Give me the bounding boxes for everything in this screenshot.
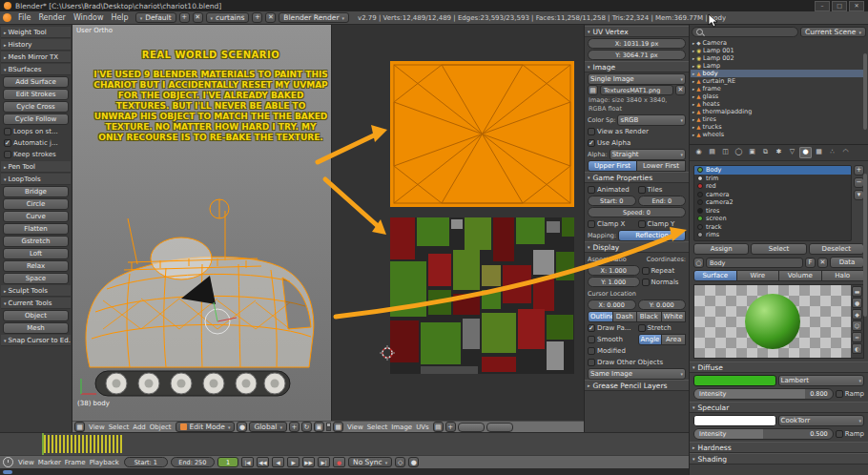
unlink-image-button[interactable]: ✕ bbox=[675, 85, 686, 95]
material-slot[interactable]: Body bbox=[694, 166, 851, 175]
properties-context-tab[interactable]: ◫ bbox=[719, 147, 732, 158]
tool-button[interactable]: Bridge bbox=[3, 186, 69, 197]
outliner-item[interactable]: ▸ ◆ Camera bbox=[691, 39, 867, 47]
preview-cube-icon[interactable]: ◆ bbox=[852, 309, 862, 320]
material-slot[interactable]: tires bbox=[694, 207, 851, 216]
render-engine-select[interactable]: Blender Render▾ bbox=[279, 12, 349, 23]
tool-button[interactable]: Cycle Follow bbox=[3, 114, 69, 125]
specular-ramp-checkbox[interactable]: Ramp bbox=[836, 430, 864, 438]
expand-icon[interactable]: ▸ bbox=[692, 79, 694, 84]
image-name-field[interactable]: TexturesMAT1.png bbox=[600, 85, 673, 95]
blender-app-icon[interactable] bbox=[3, 13, 11, 22]
expand-icon[interactable]: ▸ bbox=[692, 117, 694, 122]
mode-button[interactable]: Mesh bbox=[3, 322, 69, 334]
uv-draw-mode-button[interactable]: Outline bbox=[588, 311, 613, 322]
delete-layout-button[interactable]: ✕ bbox=[193, 12, 203, 23]
preview-monkey-icon[interactable]: ☺ bbox=[852, 320, 862, 331]
uv-draw-mode-button[interactable]: Black bbox=[637, 311, 662, 322]
tool-button[interactable]: Relax bbox=[3, 260, 69, 272]
expand-icon[interactable]: ▸ bbox=[692, 41, 694, 46]
aspect-y-field[interactable]: Y: 1.000 bbox=[588, 277, 640, 287]
expand-icon[interactable]: ▸ bbox=[692, 72, 694, 76]
menu-item[interactable]: Marker bbox=[36, 459, 63, 466]
tool-panel-header[interactable]: ▸Mesh Mirror TX bbox=[1, 52, 71, 63]
specular-color-swatch[interactable] bbox=[693, 415, 776, 426]
preview-sphere-icon[interactable]: ● bbox=[852, 298, 862, 308]
clamp-x-checkbox[interactable]: Clamp X bbox=[588, 220, 636, 228]
browse-material-icon[interactable]: ○ bbox=[693, 258, 704, 268]
menu-item[interactable]: Frame bbox=[63, 459, 88, 466]
properties-context-tab[interactable]: ● bbox=[799, 147, 812, 158]
game-end-field[interactable]: End: 0 bbox=[638, 196, 687, 206]
expand-icon[interactable]: ▸ bbox=[692, 64, 694, 69]
uv-image-editor[interactable] bbox=[331, 25, 584, 421]
pivot-slider[interactable] bbox=[458, 423, 485, 432]
material-slot[interactable]: rims bbox=[694, 231, 851, 239]
outliner-item[interactable]: ▸ ▲ heats bbox=[691, 100, 867, 108]
hardness-panel-header[interactable]: ▸Hardness bbox=[690, 442, 868, 453]
specular-panel-header[interactable]: ▾Specular bbox=[690, 402, 868, 413]
sync-select[interactable]: No Sync▾ bbox=[348, 457, 392, 467]
tool-panel-header[interactable]: ▸Weight Tool bbox=[1, 27, 71, 38]
manipulator-rotate-icon[interactable]: ↻ bbox=[301, 422, 312, 432]
outliner-item[interactable]: ▸ ◉ Lamp 002 bbox=[691, 54, 867, 62]
window-titlebar[interactable]: Blender* [C:\Users\Brad\Desktop\chariot\… bbox=[0, 0, 868, 11]
material-type-tab[interactable]: Halo bbox=[822, 270, 865, 281]
outliner-item[interactable]: ▸ ▲ curtain_RE bbox=[691, 77, 867, 85]
diffuse-shader-select[interactable]: Lambert▾ bbox=[778, 375, 865, 386]
repeat-checkbox[interactable]: Repeat bbox=[642, 267, 687, 275]
menu-item[interactable]: Help bbox=[107, 13, 132, 22]
properties-context-tab[interactable]: ∴ bbox=[826, 147, 838, 158]
diffuse-panel-header[interactable]: ▾Diffuse bbox=[690, 361, 868, 373]
material-slot[interactable]: camera2 bbox=[694, 198, 851, 207]
material-type-tab[interactable]: Volume bbox=[779, 270, 822, 281]
mode-button[interactable]: Object bbox=[3, 310, 69, 321]
tool-button[interactable]: Cycle Cross bbox=[3, 101, 69, 113]
editor-type-icon[interactable]: ▦ bbox=[333, 422, 343, 432]
material-slot[interactable]: screen bbox=[694, 215, 851, 223]
smooth-checkbox[interactable]: Smooth bbox=[588, 336, 636, 343]
outliner-item[interactable]: ▸ ▲ trucks bbox=[691, 123, 867, 131]
display-panel-header[interactable]: ▾Display bbox=[585, 241, 689, 253]
game-checkbox[interactable]: Tiles bbox=[638, 186, 687, 194]
edit-image-select[interactable]: Same Image▾ bbox=[588, 368, 686, 380]
stretch-mode-button[interactable]: Angle bbox=[638, 334, 663, 345]
material-name-field[interactable]: Body bbox=[706, 258, 803, 268]
add-scene-button[interactable]: + bbox=[252, 12, 262, 23]
timeline[interactable] bbox=[0, 432, 689, 455]
menu-item[interactable]: Image bbox=[389, 423, 414, 431]
chariot-model[interactable] bbox=[74, 186, 330, 420]
tool-button[interactable]: Flatten bbox=[3, 223, 69, 235]
play-reverse-button[interactable]: ◀ bbox=[272, 457, 284, 467]
display-checkbox[interactable]: Stretch bbox=[638, 324, 687, 332]
properties-context-tab[interactable]: ◯ bbox=[733, 147, 745, 158]
outliner-scope-select[interactable]: Current Scene▾ bbox=[800, 27, 866, 37]
preview-flat-icon[interactable]: ▬ bbox=[852, 286, 862, 297]
transform-orientation-select[interactable]: Global▾ bbox=[249, 422, 286, 432]
uv-vertex-panel-header[interactable]: ▾UV Vertex bbox=[585, 26, 689, 37]
image-source-select[interactable]: Single Image▾ bbox=[588, 73, 686, 85]
image-datablock-icon[interactable]: ▤ bbox=[588, 85, 598, 95]
material-slot[interactable]: camera bbox=[694, 191, 851, 199]
close-button[interactable]: ✕ bbox=[849, 1, 864, 11]
next-keyframe-button[interactable]: ▶▶ bbox=[302, 457, 315, 467]
outliner-item[interactable]: ▸ ◉ Lamp 001 bbox=[691, 47, 867, 54]
expand-icon[interactable]: ▸ bbox=[692, 102, 694, 107]
record-button[interactable]: ● bbox=[333, 457, 345, 467]
properties-context-tab[interactable]: ▣ bbox=[746, 147, 758, 158]
game-start-field[interactable]: Start: 0 bbox=[588, 196, 636, 206]
game-properties-panel-header[interactable]: ▾Game Properties bbox=[585, 172, 689, 183]
manipulator-translate-icon[interactable]: + bbox=[289, 422, 300, 432]
menu-item[interactable]: View bbox=[345, 423, 365, 431]
menu-item[interactable]: Add bbox=[131, 423, 148, 431]
material-type-tab[interactable]: Wire bbox=[737, 270, 780, 281]
outliner-item[interactable]: ▸ ◉ Lamp bbox=[691, 62, 867, 70]
properties-context-tab[interactable]: ◉ bbox=[692, 147, 705, 158]
draw-other-objects-checkbox[interactable]: Draw Other Objects bbox=[588, 359, 686, 366]
tool-button[interactable]: Loft bbox=[3, 248, 69, 259]
collapsed-editor-button[interactable] bbox=[3, 470, 12, 474]
tool-checkbox[interactable]: Keep strokes bbox=[4, 150, 68, 159]
stretch-mode-button[interactable]: Area bbox=[662, 334, 686, 345]
outliner-item[interactable]: ▸ ▲ tires bbox=[691, 115, 867, 123]
bsurfaces-panel-header[interactable]: ▾BSurfaces bbox=[1, 64, 71, 75]
